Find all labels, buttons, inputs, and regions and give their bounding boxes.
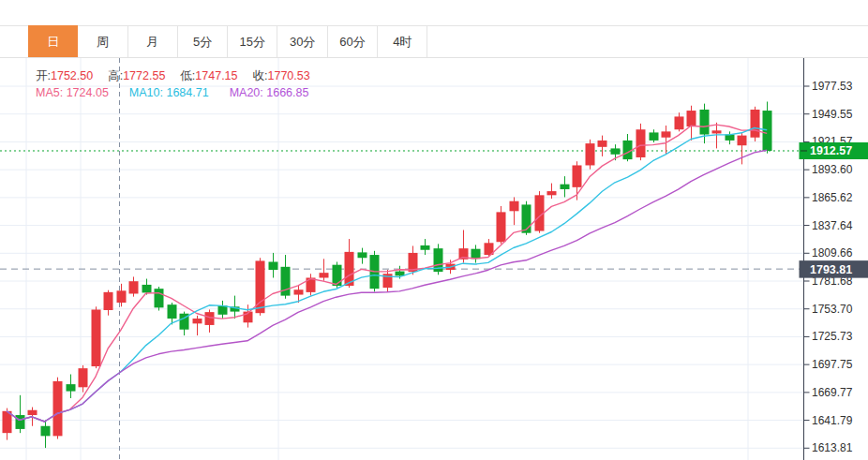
candle-body[interactable] — [294, 289, 304, 294]
candle-body[interactable] — [510, 201, 519, 212]
ma20-legend: MA20: 1666.85 — [230, 86, 309, 99]
candle-body[interactable] — [611, 148, 621, 154]
axis-tick-label: 1641.79 — [812, 414, 853, 427]
candle-body[interactable] — [623, 141, 633, 159]
candle-body[interactable] — [41, 426, 51, 437]
candle-body[interactable] — [598, 141, 607, 147]
candle-body[interactable] — [358, 252, 367, 258]
open-label: 开: — [36, 69, 51, 82]
candle-body[interactable] — [497, 212, 506, 242]
candle-body[interactable] — [205, 312, 215, 325]
candle-body[interactable] — [471, 249, 481, 260]
current-price-label: 1912.57 — [810, 144, 852, 157]
axis-tick-label: 1753.70 — [812, 303, 853, 316]
candle-body[interactable] — [53, 381, 63, 436]
axis-tick-label: 1697.75 — [812, 358, 853, 371]
axis-tick-label: 1613.81 — [812, 441, 853, 454]
axis-tick-label: 1837.64 — [812, 219, 853, 232]
candle-body[interactable] — [650, 132, 659, 140]
ma-row: MA5: 1724.05MA10: 1684.71MA20: 1666.85 — [36, 84, 325, 101]
axis-tick-label: 1865.62 — [812, 191, 853, 204]
axis-tick-label: 1669.77 — [812, 386, 853, 399]
candle-body[interactable] — [547, 191, 557, 195]
candle-body[interactable] — [320, 273, 329, 277]
candle-body[interactable] — [142, 285, 152, 292]
candle-body[interactable] — [67, 384, 76, 391]
close-value: 1770.53 — [268, 69, 310, 82]
low-label: 低: — [180, 69, 195, 82]
candle-body[interactable] — [751, 110, 760, 138]
axis-tick-label: 1725.73 — [812, 330, 853, 343]
candle-body[interactable] — [763, 111, 772, 151]
candle-body[interactable] — [269, 261, 278, 269]
crosshair-price-label: 1793.81 — [810, 263, 852, 276]
candle-body[interactable] — [92, 309, 101, 366]
candle-body[interactable] — [421, 245, 430, 250]
candle-body[interactable] — [193, 319, 202, 323]
candle-body[interactable] — [168, 304, 177, 319]
trading-chart-window: 日周月5分15分30分60分4时 开:1752.50高:1772.55低:174… — [0, 0, 868, 460]
candle-body[interactable] — [16, 415, 25, 429]
candle-body[interactable] — [675, 116, 684, 129]
candle-body[interactable] — [636, 129, 646, 157]
ma5-legend: MA5: 1724.05 — [36, 86, 109, 99]
candle-body[interactable] — [333, 265, 342, 286]
candle-body[interactable] — [586, 143, 595, 165]
candle-body[interactable] — [561, 185, 570, 189]
candle-body[interactable] — [700, 110, 710, 135]
low-value: 1747.15 — [195, 69, 237, 82]
candle-body[interactable] — [573, 165, 582, 186]
open-value: 1752.50 — [51, 69, 93, 82]
ma10-legend: MA10: 1684.71 — [129, 86, 209, 99]
candle-body[interactable] — [712, 130, 722, 133]
axis-tick-label: 1893.60 — [812, 163, 853, 176]
candle-body[interactable] — [155, 289, 164, 307]
ohlc-legend: 开:1752.50高:1772.55低:1747.15收:1770.53 MA5… — [36, 67, 325, 101]
close-label: 收: — [253, 69, 268, 82]
high-value: 1772.55 — [123, 69, 165, 82]
axis-tick-label: 1809.66 — [812, 246, 853, 260]
candle-body[interactable] — [662, 131, 671, 137]
candle-body[interactable] — [28, 410, 37, 415]
axis-tick-label: 1977.53 — [812, 80, 853, 93]
high-label: 高: — [108, 69, 123, 82]
candle-body[interactable] — [104, 292, 113, 310]
candle-body[interactable] — [738, 136, 747, 146]
ma5-line — [7, 125, 767, 422]
candle-body[interactable] — [687, 111, 696, 126]
candle-body[interactable] — [117, 290, 127, 303]
candle-body[interactable] — [79, 368, 88, 387]
axis-tick-label: 1949.55 — [812, 108, 853, 121]
ohlc-row: 开:1752.50高:1772.55低:1747.15收:1770.53 — [36, 67, 325, 84]
candle-body[interactable] — [129, 281, 139, 293]
